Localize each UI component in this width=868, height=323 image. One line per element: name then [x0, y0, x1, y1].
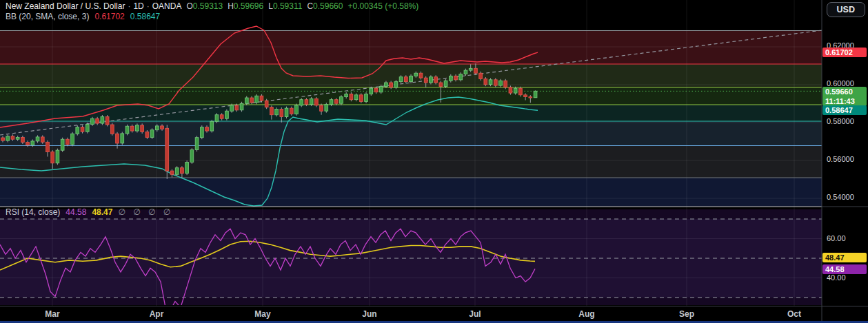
- candle-body: [265, 101, 268, 107]
- rsi-ma-value: 48.47: [92, 207, 112, 217]
- price-zone: [0, 87, 822, 105]
- price-badge: 0.58647: [822, 105, 867, 115]
- candle-body: [524, 95, 527, 97]
- candle-body: [130, 126, 134, 131]
- candle-body: [175, 168, 179, 175]
- time-axis-month-label: Jul: [469, 309, 481, 319]
- candle-body: [260, 96, 263, 101]
- candle-body: [474, 68, 478, 73]
- change-value: +0.00345 (+0.58%): [347, 1, 418, 11]
- time-axis-month-label: Oct: [787, 309, 801, 319]
- candle-body: [125, 126, 129, 134]
- candle-body: [145, 132, 149, 138]
- candle-body: [36, 137, 39, 141]
- chart-canvas[interactable]: [0, 0, 868, 323]
- candle-body: [6, 136, 10, 140]
- candle-body: [181, 168, 184, 174]
- candle-body: [85, 125, 89, 132]
- trading-chart-window: New Zealand Dollar / U.S. Dollar·1D·OAND…: [0, 0, 868, 323]
- candle-body: [350, 94, 353, 100]
- price-axis-label: 0.56000: [827, 155, 854, 163]
- candle-body: [300, 100, 303, 105]
- rsi-axis-label: 40.00: [827, 273, 846, 282]
- price-axis-label: 0.60000: [827, 79, 854, 87]
- candle-body: [514, 88, 517, 93]
- candle-body: [290, 108, 293, 114]
- close-label: C: [307, 1, 313, 11]
- candle-body: [345, 94, 348, 97]
- close-value: 0.59660: [313, 1, 343, 11]
- candle-body: [81, 127, 84, 132]
- candle-body: [534, 91, 537, 98]
- candle-body: [464, 70, 467, 74]
- candle-body: [205, 127, 209, 132]
- candle-body: [310, 98, 313, 104]
- candle-body: [305, 100, 308, 105]
- candle-body: [1, 138, 5, 140]
- open-value: 0.59313: [193, 1, 223, 11]
- candle-body: [195, 138, 199, 150]
- time-axis-month-label: Apr: [150, 309, 164, 319]
- rsi-indicator-label[interactable]: RSI (14, close): [6, 207, 60, 217]
- high-label: H: [228, 1, 234, 11]
- candle-body: [200, 127, 203, 138]
- low-value: 0.59311: [273, 1, 303, 11]
- candle-body: [170, 171, 174, 174]
- candle-body: [26, 143, 30, 145]
- symbol-title[interactable]: New Zealand Dollar / U.S. Dollar: [6, 1, 125, 11]
- high-value: 0.59696: [234, 1, 263, 11]
- candle-body: [518, 88, 522, 95]
- candle-body: [46, 142, 50, 152]
- candle-body: [494, 80, 497, 85]
- price-axis-label: 0.54000: [827, 193, 854, 201]
- candle-body: [61, 139, 64, 150]
- rsi-axis-label: 60.00: [827, 234, 846, 242]
- open-label: O: [186, 1, 192, 11]
- exchange-label[interactable]: OANDA: [152, 1, 182, 11]
- candle-body: [270, 107, 273, 115]
- candle-body: [71, 134, 74, 145]
- candle-body: [105, 117, 109, 125]
- candle-body: [190, 150, 194, 163]
- candle-body: [285, 108, 288, 116]
- candle-body: [255, 96, 259, 103]
- time-axis-month-label: Mar: [45, 309, 59, 319]
- candle-body: [325, 105, 328, 112]
- candle-body: [444, 81, 447, 86]
- candle-body: [165, 128, 169, 171]
- candle-body: [275, 110, 279, 115]
- candle-body: [245, 98, 248, 103]
- candle-body: [354, 95, 358, 100]
- rsi-value: 44.58: [65, 207, 86, 217]
- candle-body: [225, 111, 229, 118]
- candle-body: [430, 77, 433, 83]
- candle-body: [449, 76, 452, 81]
- candle-body: [250, 98, 254, 103]
- bb-indicator-label[interactable]: BB (20, SMA, close, 3): [6, 12, 89, 21]
- candle-body: [91, 118, 94, 124]
- candle-body: [334, 100, 338, 104]
- candle-body: [469, 68, 472, 70]
- time-axis-month-label: Jun: [362, 309, 376, 319]
- candle-body: [499, 81, 503, 85]
- candle-body: [155, 126, 159, 130]
- candle-body: [185, 163, 189, 174]
- candle-body: [121, 134, 124, 143]
- rsi-empty-values: ∅ ∅ ∅ ∅: [118, 207, 173, 217]
- candle-body: [31, 141, 34, 145]
- candle-body: [504, 81, 507, 87]
- candle-body: [56, 150, 59, 163]
- candle-body: [419, 73, 423, 78]
- timeframe-label[interactable]: 1D: [133, 1, 143, 11]
- candle-body: [489, 80, 492, 85]
- symbol-legend-row: New Zealand Dollar / U.S. Dollar·1D·OAND…: [6, 1, 418, 12]
- candle-body: [220, 115, 223, 119]
- rsi-badge: 48.47: [822, 253, 867, 262]
- price-zone: [0, 105, 822, 121]
- candle-body: [41, 137, 44, 142]
- rsi-indicator-legend-row: RSI (14, close)44.5848.47∅ ∅ ∅ ∅: [6, 207, 173, 218]
- candle-body: [439, 83, 443, 87]
- candle-body: [479, 73, 483, 79]
- currency-toggle-button[interactable]: USD: [827, 2, 865, 17]
- symbol-legend: New Zealand Dollar / U.S. Dollar·1D·OAND…: [6, 1, 418, 22]
